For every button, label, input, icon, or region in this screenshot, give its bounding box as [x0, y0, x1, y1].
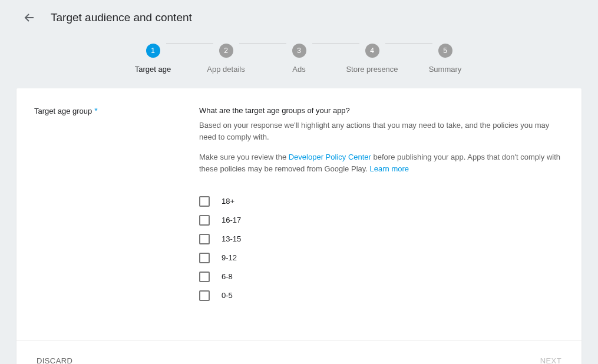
card-footer: Discard Next	[16, 340, 582, 364]
checkbox-row-13-15[interactable]: 13-15	[199, 230, 564, 249]
next-button[interactable]: Next	[538, 353, 564, 364]
step-label-4: Store presence	[346, 65, 398, 74]
step-label-5: Summary	[429, 65, 462, 74]
card-body: Target age group* What are the target ag…	[16, 88, 582, 340]
field-content-column: What are the target age groups of your a…	[199, 106, 564, 305]
step-target-age[interactable]: 1 Target age	[146, 44, 160, 58]
discard-button[interactable]: Discard	[34, 353, 75, 364]
checkbox-row-9-12[interactable]: 9-12	[199, 249, 564, 267]
checkbox-6-8[interactable]	[199, 272, 210, 282]
step-summary[interactable]: 5 Summary	[438, 44, 452, 58]
back-arrow-icon[interactable]	[22, 11, 37, 25]
step-connector	[166, 44, 213, 44]
page-title: Target audience and content	[51, 11, 192, 24]
checkbox-label-9-12: 9-12	[222, 253, 237, 262]
step-number-1: 1	[146, 44, 160, 58]
step-connector	[239, 44, 286, 44]
step-number-2: 2	[219, 44, 233, 58]
age-group-checkbox-list: 18+ 16-17 13-15 9-12	[199, 192, 564, 305]
step-connector	[385, 44, 432, 44]
checkbox-label-13-15: 13-15	[222, 234, 241, 243]
step-connector	[312, 44, 359, 44]
checkbox-row-18plus[interactable]: 18+	[199, 192, 564, 211]
checkbox-18plus[interactable]	[199, 196, 210, 207]
checkbox-row-0-5[interactable]: 0-5	[199, 286, 564, 305]
step-label-2: App details	[207, 65, 245, 74]
checkbox-row-16-17[interactable]: 16-17	[199, 211, 564, 230]
page-container: Target audience and content 1 Target age…	[0, 0, 598, 364]
description-2: Make sure you review the Developer Polic…	[199, 151, 564, 175]
step-label-3: Ads	[292, 65, 305, 74]
checkbox-0-5[interactable]	[199, 290, 210, 301]
desc2-part-a: Make sure you review the	[199, 153, 289, 161]
description-1: Based on your response we'll highlight a…	[199, 120, 564, 143]
step-ads[interactable]: 3 Ads	[292, 44, 306, 58]
stepper: 1 Target age 2 App details 3 Ads 4 Store…	[0, 44, 598, 58]
checkbox-9-12[interactable]	[199, 253, 210, 263]
checkbox-16-17[interactable]	[199, 215, 210, 226]
checkbox-label-0-5: 0-5	[222, 291, 233, 300]
field-label-column: Target age group*	[34, 106, 199, 305]
checkbox-label-16-17: 16-17	[222, 216, 241, 224]
question-text: What are the target age groups of your a…	[199, 106, 564, 115]
checkbox-row-6-8[interactable]: 6-8	[199, 267, 564, 286]
step-label-1: Target age	[135, 65, 171, 74]
link-developer-policy-center[interactable]: Developer Policy Center	[289, 153, 371, 161]
step-store-presence[interactable]: 4 Store presence	[365, 44, 379, 58]
checkbox-label-18plus: 18+	[222, 197, 234, 206]
step-number-3: 3	[292, 44, 306, 58]
required-asterisk: *	[94, 106, 97, 115]
step-number-4: 4	[365, 44, 379, 58]
checkbox-13-15[interactable]	[199, 234, 210, 244]
step-app-details[interactable]: 2 App details	[219, 44, 233, 58]
field-label-target-age: Target age group	[34, 107, 92, 115]
form-card: Target age group* What are the target ag…	[16, 88, 582, 364]
checkbox-label-6-8: 6-8	[222, 272, 233, 281]
step-number-5: 5	[438, 44, 452, 58]
link-learn-more[interactable]: Learn more	[370, 164, 409, 173]
page-header: Target audience and content	[0, 0, 598, 25]
